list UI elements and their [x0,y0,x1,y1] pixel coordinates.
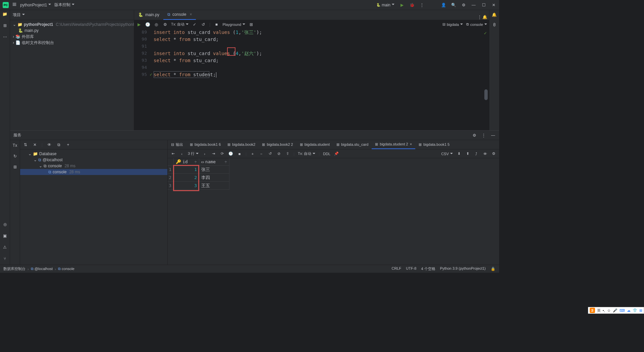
ddl-button[interactable]: DDL [323,152,330,156]
services-more-icon[interactable]: ⋮ [481,133,486,138]
tab-console[interactable]: ⧉ console × [163,10,196,20]
new-console-icon[interactable]: ⧉ [56,142,61,147]
remove-row-icon[interactable]: − [259,151,264,157]
rtab-student-2[interactable]: ⊞bigdata.student 2× [372,140,415,149]
tx-result-dropdown[interactable]: Tx: 自动 [298,151,315,156]
add-row-icon[interactable]: + [250,151,255,157]
svc-console-node[interactable]: ⌄ ⧉ console 28 ms [20,163,167,169]
history-icon[interactable]: 🕘 [145,22,150,27]
filter-icon[interactable]: Tx [12,143,18,148]
pin-icon[interactable]: 📌 [334,151,339,157]
grid-settings-icon[interactable]: ⚙ [491,151,496,157]
settings-icon[interactable]: ⚙ [461,2,466,8]
ai-tool-icon[interactable]: ◎ [2,222,8,227]
reload-icon[interactable]: ↻ [12,153,18,159]
tree-root[interactable]: ⌄ 📁 pythonProject1 C:\Users\Newland\Pych… [10,21,134,28]
project-dropdown[interactable]: pythonProject1 [20,2,51,7]
git-tool-icon[interactable]: ⑂ [2,256,8,261]
first-page-icon[interactable]: ⇤ [170,151,176,157]
search-icon[interactable]: 🔍 [451,2,456,8]
auto-refresh-icon[interactable]: 🕐 [228,151,233,157]
structure-tool-icon[interactable]: ⊞ [2,23,8,28]
encoding[interactable]: UTF-8 [406,266,416,272]
last-page-icon[interactable]: ⇥ [211,151,216,157]
rtab-output[interactable]: ⊟输出 [168,140,186,149]
explain-icon[interactable]: ◎ [154,22,159,27]
code-with-me-icon[interactable]: 👤 [441,2,446,8]
layout-icon[interactable]: ⊞ [12,164,18,170]
close-session-icon[interactable]: ✕ [32,142,38,147]
crumb-host[interactable]: ⧉ @localhost [31,267,53,271]
refresh-icon[interactable]: ⟳ [219,151,225,157]
row-count-dropdown[interactable]: 3 行 [188,151,199,156]
tree-file-main[interactable]: 🐍 main.py [10,28,134,34]
rtab-stucard[interactable]: ⊞bigdata.stu_card [333,140,372,149]
console-dropdown[interactable]: ⧉ console [466,22,487,27]
table-view-icon[interactable]: ⊞ [249,22,254,27]
rollback-icon[interactable]: ↺ [201,22,206,27]
more-tools-icon[interactable]: ⋯ [2,34,8,40]
project-view-dropdown[interactable]: 项目 [13,12,25,18]
debug-icon[interactable]: 🐞 [409,2,415,8]
services-settings-icon[interactable]: ⚙ [472,133,477,138]
database-right-icon[interactable]: 🛢 [492,22,497,28]
stop-icon[interactable]: ■ [214,22,219,27]
vcs-dropdown[interactable]: 版本控制 [54,2,74,8]
upload-icon[interactable]: ⬆ [465,151,470,157]
add-icon[interactable]: + [65,142,71,147]
project-tool-icon[interactable]: 📁 [2,11,8,17]
maximize-icon[interactable]: ☐ [481,2,486,8]
svc-host-node[interactable]: ⌄ ⧉ @localhost [20,157,167,163]
view-icon[interactable]: 👁 [482,151,488,157]
services-minimize-icon[interactable]: — [490,133,496,138]
submit-icon[interactable]: ⇧ [285,151,290,157]
execute-icon[interactable]: ▶ [136,22,142,27]
editor-scrollbar[interactable] [484,89,488,100]
download-icon[interactable]: ⬇ [456,151,462,157]
crumb-console[interactable]: ⧉ console [58,267,74,271]
tx-mode-dropdown[interactable]: Tx: 自动 [171,22,189,27]
notifications-icon[interactable]: 🔔 [484,14,489,20]
commit-icon[interactable]: ✓ [192,22,197,27]
close-rtab-icon[interactable]: × [410,142,412,146]
svc-database-node[interactable]: ⌄ 📁 Database [20,151,167,157]
result-grid[interactable]: 1 2 3 🔑id÷ 1 2 3 ▭name÷ 张三 [168,158,499,190]
next-page-icon[interactable]: › [202,151,207,157]
rtab-book2[interactable]: ⊞bigdata.book2 [224,140,259,149]
show-icon[interactable]: 👁 [47,142,52,147]
revert-icon[interactable]: ↺ [267,151,273,157]
line-sep[interactable]: CRLF [392,266,401,272]
inspection-ok-icon[interactable]: ✓ [484,31,487,36]
cell-name[interactable]: 张三 [199,166,229,174]
settings-small-icon[interactable]: ⚙ [162,22,168,27]
rtab-student[interactable]: ⊞bigdata.student [297,140,333,149]
schema-dropdown[interactable]: ⊟ bigdata [442,22,463,27]
commit-result-icon[interactable]: ⊘ [276,151,281,157]
interpreter[interactable]: Python 3.9 (pythonProject1) [440,266,486,272]
run-icon[interactable]: ▶ [399,2,405,8]
tree-scratches[interactable]: › 📄 临时文件和控制台 [10,40,134,46]
run-config-dropdown[interactable]: 🐍 main [376,2,394,7]
tab-main-py[interactable]: 🐍 main.py [134,10,163,20]
close-tab-icon[interactable]: × [190,12,192,17]
rtab-book1-6[interactable]: ⊞bigdata.book1 6 [186,140,224,149]
playground-dropdown[interactable]: Playground [222,22,245,27]
indent[interactable]: 4 个空格 [421,266,435,272]
main-menu-icon[interactable] [12,2,17,8]
export2-icon[interactable]: ⤴ [474,151,479,157]
prev-page-icon[interactable]: ‹ [179,151,184,157]
stop-result-icon[interactable]: ■ [237,151,242,157]
close-icon[interactable]: ✕ [491,2,496,8]
rtab-book2-2[interactable]: ⊞bigdata.book2 2 [259,140,296,149]
problems-tool-icon[interactable]: ⚠ [2,245,8,250]
more-icon[interactable]: ⋮ [419,2,425,8]
code-editor[interactable]: insert into stu_card values (1,'张三'); se… [154,29,489,130]
notifications-right-icon[interactable]: 🔔 [492,12,497,17]
crumb-db-console[interactable]: 数据库控制台 [3,266,25,271]
export-format-dropdown[interactable]: CSV [441,151,453,157]
cell-name[interactable]: 李四 [199,174,229,182]
terminal-tool-icon[interactable]: ▣ [2,233,8,238]
minimize-icon[interactable]: — [471,2,476,8]
tree-external-libs[interactable]: › 📚 外部库 [10,34,134,40]
lock-icon[interactable]: 🔒 [490,266,496,272]
